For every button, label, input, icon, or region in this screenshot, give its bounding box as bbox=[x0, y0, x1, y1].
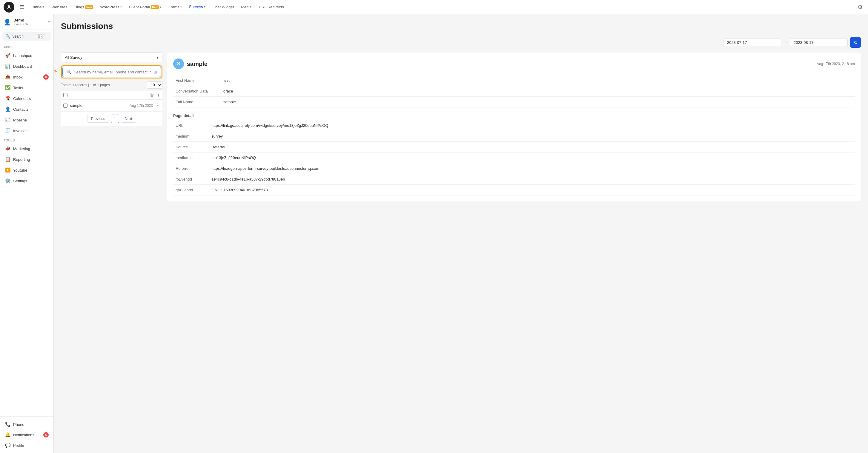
row-more-icon[interactable]: ⋮ bbox=[155, 103, 160, 108]
calendars-label: Calendars bbox=[13, 96, 31, 101]
sidebar-item-pipeline[interactable]: 📈 Pipeline bbox=[1, 115, 52, 125]
sidebar-item-inbox[interactable]: 📥 Inbox 0 bbox=[1, 72, 52, 82]
pd-value-source: Referral bbox=[209, 142, 855, 153]
pd-value-fbeventid: 1e4c94c8-c1db-4e1b-a537-29dbd788a6eb bbox=[209, 174, 855, 185]
sidebar-item-youtube[interactable]: ▶️ Youtube bbox=[1, 165, 52, 175]
page-detail-table: URL https://link.goacquirely.com/widget/… bbox=[173, 120, 855, 195]
sidebar-item-tasks[interactable]: ✅ Tasks bbox=[1, 83, 52, 93]
launchpad-icon: 🚀 bbox=[5, 53, 11, 58]
survey-select[interactable]: All Survey ▾ bbox=[61, 53, 162, 62]
page-title: Submissions bbox=[61, 22, 861, 31]
sidebar-item-notifications[interactable]: 🔔 Notifications 5 bbox=[1, 430, 52, 440]
submission-search-input[interactable] bbox=[74, 70, 151, 74]
sidebar-bottom: 📞 Phone 🔔 Notifications 5 💬 Profile bbox=[0, 416, 54, 453]
page-detail-label: Page detail bbox=[173, 114, 855, 118]
contacts-icon: 👤 bbox=[5, 106, 11, 112]
page-detail-row: fbEventId 1e4c94c8-c1db-4e1b-a537-29dbd7… bbox=[173, 174, 855, 185]
sidebar-item-dashboard[interactable]: 📊 Dashboard bbox=[1, 61, 52, 71]
nav-surveys[interactable]: Surveys ▾ bbox=[186, 3, 209, 11]
detail-avatar: S bbox=[173, 59, 184, 69]
sidebar-item-contacts[interactable]: 👤 Contacts bbox=[1, 104, 52, 114]
page-detail-row: medium survey bbox=[173, 131, 855, 142]
table-header: 🗑 ⬇ bbox=[61, 91, 162, 100]
date-filter-row: → ↻ bbox=[61, 37, 861, 48]
sidebar-item-calendars[interactable]: 📅 Calendars bbox=[1, 93, 52, 103]
detail-field-row: Full Name sample bbox=[173, 97, 855, 107]
pd-label-gaclientid: gaClientId bbox=[173, 185, 209, 195]
app-logo: A bbox=[4, 2, 14, 12]
submission-date: Aug 17th 2023 bbox=[130, 103, 153, 108]
refresh-button[interactable]: ↻ bbox=[850, 37, 861, 48]
dashboard-icon: 📊 bbox=[5, 64, 11, 69]
pd-label-fbeventid: fbEventId bbox=[173, 174, 209, 185]
settings-icon[interactable]: ⚙ bbox=[856, 2, 864, 12]
field-label-conversation: Conversation Data bbox=[173, 86, 221, 97]
pd-label-referrer: Referrer bbox=[173, 163, 209, 174]
invoices-icon: 🧾 bbox=[5, 128, 11, 133]
page-detail-row: Referrer https://leadgen-apps-form-surve… bbox=[173, 163, 855, 174]
search-shortcut: ⌘K bbox=[36, 34, 44, 39]
nav-client-portal[interactable]: Client Portal New ▾ bbox=[126, 3, 164, 11]
marketing-icon: 📣 bbox=[5, 146, 11, 151]
pd-value-url: https://link.goacquirely.com/widget/surv… bbox=[209, 120, 855, 131]
dashboard-label: Dashboard bbox=[13, 64, 32, 69]
pd-value-mediumid: mo13jeZgJ20euuNIPsOQ bbox=[209, 153, 855, 163]
delete-icon[interactable]: 🗑 bbox=[150, 93, 154, 98]
reporting-icon: 📋 bbox=[5, 157, 11, 162]
pd-label-mediumid: mediumId bbox=[173, 153, 209, 163]
sidebar-item-launchpad[interactable]: 🚀 Launchpad bbox=[1, 51, 52, 61]
end-date-input[interactable] bbox=[790, 38, 848, 47]
surveys-chevron: ▾ bbox=[204, 5, 206, 8]
inbox-label: Inbox bbox=[13, 75, 23, 79]
nav-funnels[interactable]: Funnels bbox=[28, 3, 47, 11]
sidebar-item-phone[interactable]: 📞 Phone bbox=[1, 419, 52, 429]
prev-button[interactable]: Previous bbox=[87, 115, 109, 123]
user-avatar-icon: 👤 bbox=[4, 19, 11, 26]
search-box-highlight: 🔍 ⊞ bbox=[61, 65, 162, 78]
detail-header: S sample Aug 17th 2023, 2:18 am bbox=[173, 59, 855, 69]
phone-label: Phone bbox=[13, 422, 25, 427]
youtube-label: Youtube bbox=[13, 168, 27, 172]
sidebar-user[interactable]: 👤 Demo Irvine, CA ▾ bbox=[0, 14, 54, 30]
totals-row: Totals: 1 records | 1 of 1 pages 10 bbox=[61, 82, 162, 89]
nav-blogs[interactable]: Blogs New bbox=[71, 3, 96, 11]
launchpad-label: Launchpad bbox=[13, 54, 32, 58]
nav-websites[interactable]: Websites bbox=[49, 3, 70, 11]
reporting-label: Reporting bbox=[13, 157, 30, 162]
marketing-label: Marketing bbox=[13, 147, 30, 151]
forms-chevron: ▾ bbox=[180, 5, 182, 9]
nav-forms[interactable]: Forms ▾ bbox=[165, 3, 185, 11]
nav-chat-widget[interactable]: Chat Widget bbox=[210, 3, 237, 11]
sidebar-item-settings[interactable]: ⚙️ Settings bbox=[1, 176, 52, 186]
phone-icon: 📞 bbox=[5, 422, 11, 427]
nav-media[interactable]: Media bbox=[238, 3, 254, 11]
two-column-layout: All Survey ▾ 🔍 bbox=[61, 53, 861, 201]
pipeline-icon: 📈 bbox=[5, 117, 11, 123]
sidebar-item-invoices[interactable]: 🧾 Invoices bbox=[1, 126, 52, 136]
row-checkbox[interactable] bbox=[63, 103, 67, 108]
notifications-icon: 🔔 bbox=[5, 432, 11, 438]
start-date-input[interactable] bbox=[723, 38, 781, 47]
next-button[interactable]: Next bbox=[121, 115, 136, 123]
sidebar-item-profile[interactable]: 💬 Profile bbox=[1, 440, 52, 450]
hamburger-icon[interactable]: ☰ bbox=[18, 2, 26, 12]
nav-wordpress[interactable]: WordPress ▾ bbox=[97, 3, 125, 11]
sidebar-search[interactable]: 🔍 Search ⌘K ↑ bbox=[2, 32, 51, 41]
notifications-label: Notifications bbox=[13, 433, 34, 437]
field-value-conversation: grace bbox=[221, 86, 855, 97]
table-row[interactable]: sample Aug 17th 2023 ⋮ bbox=[61, 100, 162, 111]
page-detail-row: mediumId mo13jeZgJ20euuNIPsOQ bbox=[173, 153, 855, 163]
sidebar-item-reporting[interactable]: 📋 Reporting bbox=[1, 154, 52, 164]
submission-name: sample bbox=[70, 103, 127, 108]
select-all-checkbox[interactable] bbox=[63, 93, 67, 97]
survey-select-value: All Survey bbox=[65, 55, 83, 60]
nav-url-redirects[interactable]: URL Redirects bbox=[256, 3, 287, 11]
download-icon[interactable]: ⬇ bbox=[156, 93, 160, 98]
per-page-select[interactable]: 10 bbox=[147, 82, 162, 89]
apps-section-label: Apps bbox=[0, 43, 54, 50]
totals-text: Totals: 1 records | 1 of 1 pages bbox=[61, 83, 110, 87]
detail-fields-table: First Name test Conversation Data grace … bbox=[173, 75, 855, 107]
sidebar-item-marketing[interactable]: 📣 Marketing bbox=[1, 143, 52, 154]
filter-icon[interactable]: ⊞ bbox=[153, 69, 157, 74]
page-detail-row: URL https://link.goacquirely.com/widget/… bbox=[173, 120, 855, 131]
